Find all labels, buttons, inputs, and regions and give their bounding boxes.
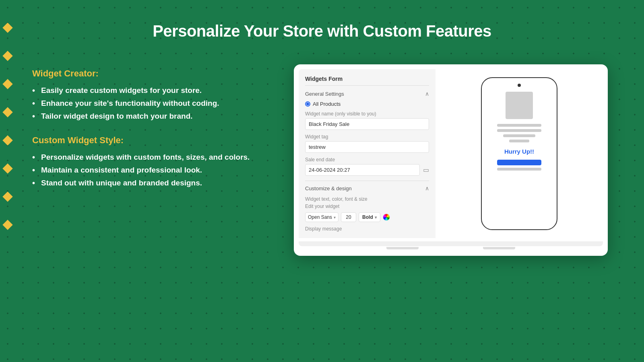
widget-name-input[interactable]: Black Friday Sale	[305, 118, 429, 130]
product-image-placeholder	[506, 92, 533, 119]
general-settings-header[interactable]: General Settings ∧	[305, 90, 429, 97]
stand-left	[386, 247, 419, 249]
sale-end-date-label: Sale end date	[305, 157, 429, 162]
monitor-frame: Widgets Form General Settings ∧ All Prod…	[294, 64, 608, 256]
widget-tag-label: Widget tag	[305, 134, 429, 140]
list-item: Maintain a consistent and professional l…	[32, 166, 258, 175]
widget-name-label: Widget name (only visible to you)	[305, 111, 429, 117]
phone-frame: Hurry Up!!	[481, 77, 557, 230]
radio-button[interactable]	[305, 101, 310, 107]
list-item: Stand out with unique and branded design…	[32, 179, 258, 187]
color-picker-icon[interactable]	[383, 214, 390, 221]
text-line-2	[497, 129, 541, 132]
monitor-content: Widgets Form General Settings ∧ All Prod…	[299, 69, 603, 238]
hurry-up-text: Hurry Up!!	[504, 148, 534, 155]
list-item: Personalize widgets with custom fonts, s…	[32, 153, 258, 162]
customize-design-header[interactable]: Customize & design ∧	[305, 181, 429, 191]
font-family-value: Open Sans	[308, 214, 332, 220]
widget-form-panel: Widgets Form General Settings ∧ All Prod…	[299, 69, 436, 238]
calendar-icon[interactable]: ▭	[423, 166, 429, 174]
text-line-1	[497, 124, 541, 127]
font-family-select[interactable]: Open Sans ▾	[305, 212, 339, 222]
all-products-label: All Products	[313, 101, 341, 107]
phone-preview-panel: Hurry Up!!	[436, 69, 603, 238]
list-item: Tailor widget design to match your brand…	[32, 112, 258, 121]
custom-style-title: Custom Widget Style:	[32, 135, 258, 146]
font-toolbar: Open Sans ▾ 20 Bold ▾	[305, 212, 429, 222]
phone-line-gray	[497, 168, 541, 171]
monitor-stand	[299, 247, 603, 256]
font-weight-chevron-icon: ▾	[375, 215, 377, 220]
page-header: Personalize Your Store with Custom Featu…	[0, 0, 644, 48]
customize-chevron-icon: ∧	[425, 185, 429, 191]
phone-notch	[518, 84, 521, 87]
phone-button	[497, 160, 541, 165]
list-item: Enhance your site's functionality withou…	[32, 99, 258, 108]
radio-inner	[306, 103, 309, 105]
text-line-4	[509, 140, 529, 142]
widget-form-title: Widgets Form	[305, 76, 429, 86]
left-column: Widget Creator: Easily create custom wid…	[32, 60, 258, 202]
custom-style-list: Personalize widgets with custom fonts, s…	[32, 153, 258, 187]
font-size-input[interactable]: 20	[341, 212, 356, 222]
display-message-label: Display message	[305, 226, 429, 232]
stand-right	[483, 247, 515, 249]
two-column-layout: Widget Creator: Easily create custom wid…	[0, 48, 644, 362]
font-family-chevron-icon: ▾	[334, 215, 336, 220]
right-column: Widgets Form General Settings ∧ All Prod…	[282, 60, 620, 256]
general-settings-label: General Settings	[305, 91, 344, 97]
text-line-3	[503, 134, 535, 137]
widget-creator-title: Widget Creator:	[32, 68, 258, 79]
all-products-radio[interactable]: All Products	[305, 101, 429, 107]
main-content: Personalize Your Store with Custom Featu…	[0, 0, 644, 362]
widget-text-label: Widget text, color, font & size	[305, 196, 429, 202]
widget-creator-list: Easily create custom widgets for your st…	[32, 86, 258, 121]
page-title: Personalize Your Store with Custom Featu…	[8, 22, 636, 40]
general-settings-chevron-icon: ∧	[425, 90, 429, 97]
sale-end-date-input[interactable]: 24-06-2024 20:27	[305, 164, 420, 176]
monitor-bottom-bar	[299, 241, 603, 246]
font-weight-select[interactable]: Bold ▾	[359, 212, 380, 222]
sale-end-date-row: 24-06-2024 20:27 ▭	[305, 164, 429, 176]
customize-design-label: Customize & design	[305, 185, 352, 191]
edit-widget-label: Edit your widget	[305, 204, 429, 209]
widget-tag-input[interactable]: testrew	[305, 141, 429, 153]
list-item: Easily create custom widgets for your st…	[32, 86, 258, 95]
font-weight-value: Bold	[362, 214, 373, 220]
